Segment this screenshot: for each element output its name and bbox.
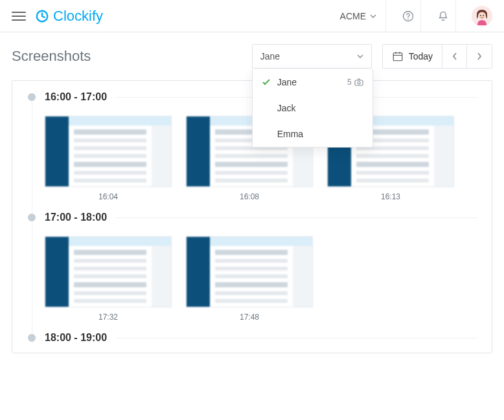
- user-option-count: 5: [347, 78, 363, 87]
- date-prev-button[interactable]: [442, 45, 467, 68]
- user-filter-value: Jane: [260, 51, 280, 61]
- notifications-button[interactable]: [430, 0, 456, 32]
- check-icon: [262, 79, 271, 85]
- timeline-range: 17:00 - 18:00: [45, 212, 107, 223]
- avatar-icon: [472, 6, 492, 27]
- svg-point-6: [483, 15, 484, 16]
- user-option-jane[interactable]: Jane 5: [253, 69, 372, 95]
- page-header-row: Screenshots Jane Jane 5: [12, 44, 492, 69]
- timeline-range: 16:00 - 17:00: [45, 91, 107, 103]
- user-option-label: Emma: [277, 129, 363, 139]
- user-option-jack[interactable]: Jack: [253, 95, 372, 121]
- calendar-icon: [392, 50, 404, 62]
- svg-rect-7: [355, 80, 363, 85]
- app-header: Clockify ACME: [0, 0, 504, 32]
- bell-icon: [437, 10, 450, 23]
- date-today-button[interactable]: Today: [383, 45, 442, 68]
- page-title: Screenshots: [12, 48, 242, 65]
- user-option-label: Jane: [277, 77, 341, 87]
- screenshot-thumbnail: [45, 116, 172, 187]
- screenshot-item[interactable]: 17:32: [45, 236, 172, 322]
- svg-point-8: [358, 82, 360, 84]
- user-avatar[interactable]: [472, 6, 492, 27]
- menu-icon[interactable]: [12, 9, 26, 23]
- timeline-dot-icon: [28, 214, 36, 221]
- date-navigator: Today: [382, 44, 492, 69]
- screenshot-time: 17:48: [186, 313, 313, 322]
- screenshot-item[interactable]: 16:04: [45, 116, 172, 201]
- chevron-left-icon: [452, 52, 457, 60]
- svg-point-5: [480, 15, 481, 16]
- screenshot-time: 16:08: [186, 192, 313, 201]
- timeline-range: 18:00 - 19:00: [45, 332, 107, 344]
- workspace-name: ACME: [340, 11, 366, 21]
- workspace-selector[interactable]: ACME: [331, 0, 386, 32]
- timeline-dot-icon: [28, 93, 36, 101]
- chevron-down-icon: [357, 54, 363, 58]
- screenshot-time: 16:04: [45, 192, 172, 201]
- brand-name: Clockify: [53, 8, 103, 25]
- help-icon: [402, 10, 415, 23]
- screenshot-thumbnail: [186, 236, 313, 307]
- user-option-emma[interactable]: Emma: [253, 121, 372, 147]
- user-filter-dropdown: Jane 5 Jack Emma: [252, 69, 373, 148]
- chevron-down-icon: [370, 14, 376, 18]
- screenshot-item[interactable]: 17:48: [186, 236, 313, 322]
- brand-logo[interactable]: Clockify: [35, 8, 103, 25]
- help-button[interactable]: [395, 0, 421, 32]
- screenshot-time: 16:13: [327, 192, 454, 201]
- date-next-button[interactable]: [467, 45, 492, 68]
- chevron-right-icon: [477, 52, 482, 60]
- screenshot-time: 17:32: [45, 313, 172, 322]
- clockify-icon: [35, 9, 49, 23]
- timeline-dot-icon: [28, 334, 36, 342]
- user-option-label: Jack: [277, 103, 363, 113]
- svg-point-2: [407, 18, 409, 19]
- svg-rect-9: [393, 53, 402, 61]
- user-filter-select[interactable]: Jane Jane 5: [252, 44, 372, 69]
- screenshot-thumbnail: [45, 236, 172, 307]
- date-label: Today: [409, 51, 433, 61]
- timeline-block: 18:00 - 19:00: [32, 332, 477, 348]
- timeline-block: 17:00 - 18:00 17:32 17:48: [32, 212, 477, 338]
- camera-icon: [354, 78, 363, 86]
